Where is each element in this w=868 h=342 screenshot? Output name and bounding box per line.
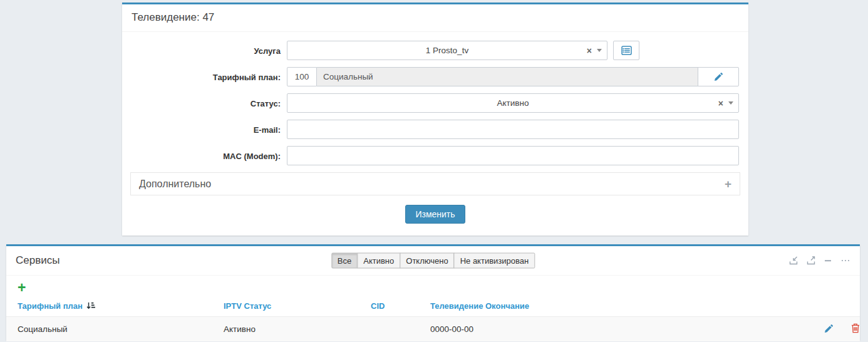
filter-all-button[interactable]: Все bbox=[331, 253, 358, 269]
services-panel: Сервисы Все Активно Отключено Не активиз… bbox=[6, 244, 860, 340]
tariff-name-field bbox=[317, 67, 698, 86]
cell-cid bbox=[371, 317, 430, 342]
tv-form-body: Услуга 1 Prosto_tv × bbox=[122, 32, 748, 236]
column-header-iptv-status[interactable]: IPTV Статус bbox=[224, 297, 371, 317]
pencil-icon bbox=[824, 324, 834, 333]
tv-form-footer: Изменить bbox=[122, 195, 748, 236]
tv-form-panel: Телевидение: 47 Услуга 1 Prosto_tv × bbox=[122, 3, 748, 236]
status-chevron-down-icon[interactable] bbox=[728, 101, 733, 105]
form-row-tariff: Тарифный план: bbox=[122, 67, 748, 86]
tariff-controls bbox=[287, 67, 739, 86]
tariff-edit-button[interactable] bbox=[698, 67, 739, 86]
table-row: Социальный Активно 0000-00-00 bbox=[6, 317, 860, 342]
services-title: Сервисы bbox=[16, 254, 59, 267]
mac-label: MAC (Modem): bbox=[122, 151, 281, 161]
status-clear-icon[interactable]: × bbox=[718, 99, 723, 108]
mac-input[interactable] bbox=[287, 146, 739, 165]
list-alt-icon bbox=[621, 46, 632, 55]
form-row-status: Статус: Активно × bbox=[122, 93, 748, 113]
service-controls: 1 Prosto_tv × bbox=[287, 41, 739, 60]
filter-not-activated-button[interactable]: Не активизирован bbox=[454, 253, 535, 269]
services-table: Тарифный план IPTV Статус CID Телевидени… bbox=[6, 297, 860, 341]
service-label: Услуга bbox=[122, 46, 281, 56]
service-list-button[interactable] bbox=[613, 41, 639, 60]
service-chevron-down-icon[interactable] bbox=[597, 49, 602, 52]
column-header-tv-end[interactable]: Телевидение Окончание bbox=[430, 297, 791, 317]
service-clear-icon[interactable]: × bbox=[587, 46, 592, 55]
status-label: Статус: bbox=[122, 98, 281, 108]
email-label: E-mail: bbox=[122, 125, 281, 135]
cell-tariff: Социальный bbox=[6, 317, 224, 342]
add-row: + bbox=[6, 280, 860, 297]
status-select[interactable]: Активно × bbox=[287, 93, 739, 113]
service-select-value: 1 Prosto_tv bbox=[287, 41, 607, 60]
expand-plus-icon[interactable]: + bbox=[725, 178, 731, 190]
add-service-button[interactable]: + bbox=[18, 281, 26, 294]
cell-iptv-status: Активно bbox=[224, 317, 371, 342]
pencil-icon bbox=[714, 72, 723, 81]
tv-panel-title: Телевидение: 47 bbox=[122, 4, 748, 32]
email-controls bbox=[287, 120, 739, 139]
additional-label: Дополнительно bbox=[139, 179, 211, 190]
delete-row-button[interactable] bbox=[851, 323, 860, 335]
table-header-row: Тарифный план IPTV Статус CID Телевидени… bbox=[6, 297, 860, 317]
services-header: Сервисы Все Активно Отключено Не активиз… bbox=[6, 246, 860, 276]
column-header-tariff[interactable]: Тарифный план bbox=[6, 297, 224, 317]
form-row-mac: MAC (Modem): bbox=[122, 146, 748, 165]
status-select-value: Активно bbox=[287, 94, 738, 112]
column-header-cid[interactable]: CID bbox=[371, 297, 430, 317]
form-row-email: E-mail: bbox=[122, 120, 748, 139]
service-select[interactable]: 1 Prosto_tv × bbox=[287, 41, 607, 60]
cell-actions bbox=[791, 317, 860, 342]
edit-row-button[interactable] bbox=[824, 324, 834, 335]
collapse-icon[interactable] bbox=[824, 257, 832, 264]
additional-section-toggle[interactable]: Дополнительно + bbox=[130, 172, 740, 195]
email-input[interactable] bbox=[287, 120, 739, 139]
tariff-id-input[interactable] bbox=[287, 67, 317, 86]
filter-disabled-button[interactable]: Отключено bbox=[400, 253, 454, 269]
panel-tools bbox=[789, 256, 850, 265]
sort-amount-icon bbox=[86, 302, 95, 310]
form-row-service: Услуга 1 Prosto_tv × bbox=[122, 41, 748, 60]
filter-active-button[interactable]: Активно bbox=[357, 253, 400, 269]
status-controls: Активно × bbox=[287, 93, 739, 113]
import-table-icon[interactable] bbox=[789, 256, 798, 265]
services-body: + Тарифный план IPTV Статус CID bbox=[6, 276, 860, 341]
tariff-label: Тарифный план: bbox=[122, 72, 281, 82]
cell-tv-end: 0000-00-00 bbox=[430, 317, 791, 342]
more-options-icon[interactable] bbox=[840, 257, 850, 264]
submit-button[interactable]: Изменить bbox=[405, 205, 465, 224]
column-header-actions bbox=[791, 297, 860, 317]
status-filter-group: Все Активно Отключено Не активизирован bbox=[331, 253, 535, 269]
mac-controls bbox=[287, 146, 739, 165]
trash-icon bbox=[851, 323, 860, 333]
export-table-icon[interactable] bbox=[807, 256, 815, 265]
